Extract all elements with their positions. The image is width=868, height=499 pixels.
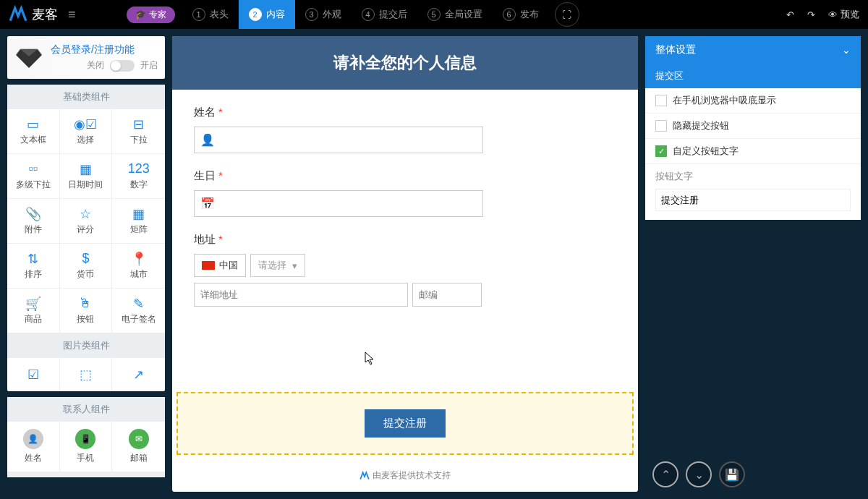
person-icon: 👤 xyxy=(200,133,215,147)
login-panel-title: 会员登录/注册功能 xyxy=(51,43,158,56)
login-toggle[interactable] xyxy=(110,60,135,72)
hamburger-menu-icon[interactable]: ≡ xyxy=(68,7,76,22)
component-商品[interactable]: 🛒商品 xyxy=(7,289,60,333)
component-多级下拉[interactable]: ▫▫多级下拉 xyxy=(7,154,60,199)
brand-logo[interactable]: 麦客 xyxy=(9,5,58,24)
region-selector[interactable]: 请选择▾ xyxy=(250,254,305,277)
contact-component-邮箱[interactable]: ✉邮箱 xyxy=(112,422,165,472)
image-component-3[interactable]: ↗ xyxy=(112,358,165,391)
image-component-2[interactable]: ⬚ xyxy=(60,358,113,391)
component-矩阵[interactable]: ▦矩阵 xyxy=(112,199,165,244)
component-日期时间[interactable]: ▦日期时间 xyxy=(60,154,113,199)
component-附件[interactable]: 📎附件 xyxy=(7,199,60,244)
country-selector[interactable]: 中国 xyxy=(194,254,246,277)
expert-badge[interactable]: 🎓 专家 xyxy=(127,7,175,23)
step-外观[interactable]: 3外观 xyxy=(295,0,352,29)
address-zip-input[interactable] xyxy=(412,283,482,307)
contact-components-header: 联系人组件 xyxy=(7,397,165,422)
submit-section-header: 提交区 xyxy=(645,64,861,88)
component-文本框[interactable]: ▭文本框 xyxy=(7,109,60,154)
contact-component-手机[interactable]: 📱手机 xyxy=(60,422,113,472)
preview-button[interactable]: 👁 预览 xyxy=(828,8,859,21)
undo-icon[interactable]: ↶ xyxy=(786,9,794,20)
basic-components-header: 基础类组件 xyxy=(7,85,165,109)
fullscreen-icon[interactable]: ⛶ xyxy=(555,2,579,27)
submit-button[interactable]: 提交注册 xyxy=(365,409,446,438)
component-评分[interactable]: ☆评分 xyxy=(60,199,113,244)
contact-component-姓名[interactable]: 👤姓名 xyxy=(7,422,60,472)
footer-credit: 由麦客提供技术支持 xyxy=(172,459,638,492)
chevron-down-icon: ▾ xyxy=(292,260,297,271)
field-name[interactable]: 姓名* 👤 xyxy=(194,106,616,153)
component-下拉[interactable]: ⊟下拉 xyxy=(112,109,165,154)
field-address[interactable]: 地址* 中国 请选择▾ xyxy=(194,233,616,307)
component-城市[interactable]: 📍城市 xyxy=(112,244,165,289)
chevron-down-icon: ⌄ xyxy=(842,44,851,56)
calendar-icon: 📅 xyxy=(200,197,215,210)
step-提交后[interactable]: 4提交后 xyxy=(352,0,417,29)
button-text-label: 按钮文字 xyxy=(645,164,861,189)
component-货币[interactable]: $货币 xyxy=(60,244,113,289)
redo-icon[interactable]: ↷ xyxy=(807,9,815,20)
image-components-header: 图片类组件 xyxy=(7,333,165,358)
image-component-1[interactable]: ☑ xyxy=(7,358,60,391)
form-title[interactable]: 请补全您的个人信息 xyxy=(172,36,638,90)
step-内容[interactable]: 2内容 xyxy=(239,0,295,29)
field-birthday[interactable]: 生日* 📅 xyxy=(194,169,616,217)
button-text-input[interactable] xyxy=(655,189,851,211)
address-detail-input[interactable] xyxy=(194,283,408,307)
component-数字[interactable]: 123数字 xyxy=(112,154,165,199)
step-全局设置[interactable]: 5全局设置 xyxy=(417,0,493,29)
save-button[interactable]: 💾 xyxy=(719,461,745,487)
checkbox-自定义按钮文字[interactable]: ✓自定义按钮文字 xyxy=(645,139,861,164)
component-选择[interactable]: ◉☑选择 xyxy=(60,109,113,154)
login-feature-panel: 会员登录/注册功能 关闭 开启 xyxy=(7,36,165,79)
overall-settings-header[interactable]: 整体设置 ⌄ xyxy=(645,36,861,64)
move-up-button[interactable]: ⌃ xyxy=(652,461,678,487)
component-排序[interactable]: ⇅排序 xyxy=(7,244,60,289)
form-canvas: 请补全您的个人信息 姓名* 👤 生日* 📅 地址* 中国 请选择▾ xyxy=(172,36,638,492)
step-表头[interactable]: 1表头 xyxy=(182,0,239,29)
component-按钮[interactable]: 🖱按钮 xyxy=(60,289,113,333)
component-电子签名[interactable]: ✎电子签名 xyxy=(112,289,165,333)
checkbox-隐藏提交按钮[interactable]: 隐藏提交按钮 xyxy=(645,114,861,139)
move-down-button[interactable]: ⌄ xyxy=(686,461,712,487)
step-发布[interactable]: 6发布 xyxy=(493,0,549,29)
diamond-icon xyxy=(14,46,43,69)
checkbox-在手机浏览器中吸底显示[interactable]: 在手机浏览器中吸底显示 xyxy=(645,88,861,114)
submit-area[interactable]: 提交注册 xyxy=(176,392,634,455)
